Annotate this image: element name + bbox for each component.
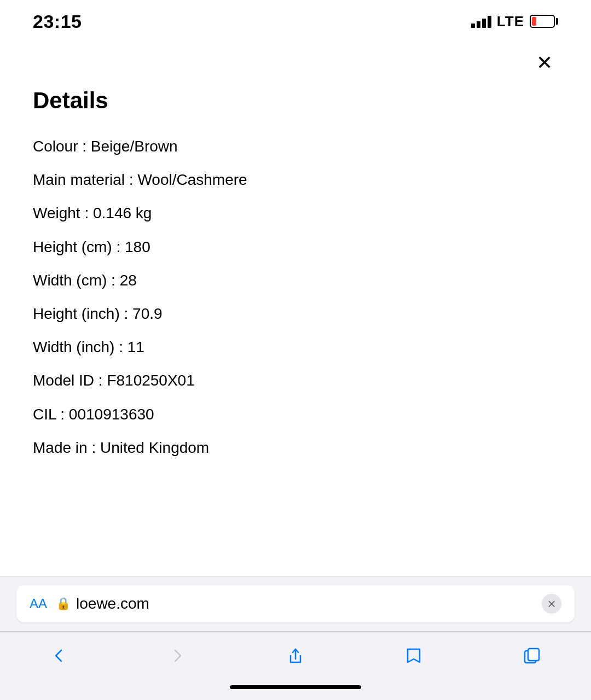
home-indicator: [0, 680, 591, 700]
list-item: Colour : Beige/Brown: [33, 136, 558, 157]
lte-label: LTE: [497, 13, 524, 30]
battery-fill: [532, 17, 536, 26]
share-button[interactable]: [274, 639, 317, 672]
list-item: CIL : 0010913630: [33, 404, 558, 425]
close-button[interactable]: ✕: [531, 49, 558, 77]
bookmarks-button[interactable]: [392, 639, 436, 672]
address-bar[interactable]: AA 🔒 loewe.com ×: [16, 585, 575, 622]
url-container[interactable]: 🔒 loewe.com: [56, 595, 533, 612]
tabs-button[interactable]: [510, 639, 554, 672]
status-icons: LTE: [471, 13, 558, 30]
signal-bar-1: [471, 24, 475, 28]
details-list: Colour : Beige/Brown Main material : Woo…: [33, 136, 558, 458]
browser-nav: [0, 631, 591, 680]
signal-bar-2: [477, 21, 480, 28]
signal-bars-icon: [471, 15, 491, 28]
main-content: ✕ Details Colour : Beige/Brown Main mate…: [0, 38, 591, 487]
battery-icon: [530, 15, 558, 28]
page-title: Details: [33, 88, 558, 114]
forward-button[interactable]: [155, 639, 199, 672]
list-item: Width (inch) : 11: [33, 336, 558, 358]
list-item: Height (inch) : 70.9: [33, 303, 558, 324]
list-item: Height (cm) : 180: [33, 236, 558, 258]
status-bar: 23:15 LTE: [0, 0, 591, 38]
list-item: Weight : 0.146 kg: [33, 202, 558, 224]
list-item: Made in : United Kingdom: [33, 437, 558, 458]
status-time: 23:15: [33, 11, 82, 32]
close-icon: ✕: [536, 51, 553, 74]
list-item: Width (cm) : 28: [33, 270, 558, 291]
battery-tip: [556, 18, 558, 25]
address-close-icon: ×: [547, 596, 555, 612]
aa-button[interactable]: AA: [30, 596, 47, 611]
list-item: Main material : Wool/Cashmere: [33, 169, 558, 190]
list-item: Model ID : F810250X01: [33, 370, 558, 391]
battery-body: [530, 15, 555, 28]
back-button[interactable]: [37, 639, 81, 672]
signal-bar-4: [488, 16, 491, 28]
address-close-button[interactable]: ×: [542, 594, 561, 614]
lock-icon: 🔒: [56, 597, 71, 611]
signal-bar-3: [482, 19, 486, 28]
url-text: loewe.com: [76, 595, 149, 612]
home-indicator-bar: [230, 685, 361, 689]
address-bar-container: AA 🔒 loewe.com ×: [0, 576, 591, 631]
browser-bottom-bar: AA 🔒 loewe.com ×: [0, 576, 591, 700]
svg-rect-2: [528, 649, 539, 661]
